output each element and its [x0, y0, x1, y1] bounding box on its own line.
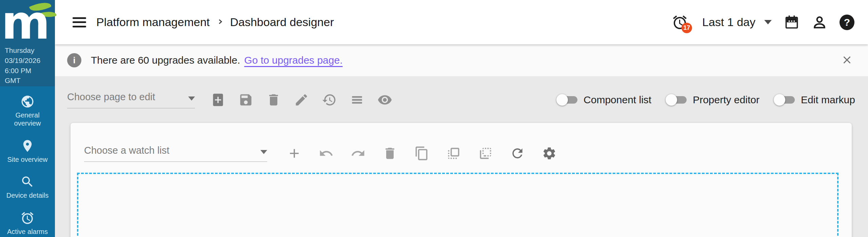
banner-message: There are 60 upgrades available.: [91, 55, 240, 66]
sidebar-item-label: Active alarms: [7, 228, 48, 236]
flip-to-back-icon: [478, 146, 493, 161]
time-label: 6:00 PM: [5, 66, 40, 76]
edit-page-button[interactable]: [293, 92, 310, 108]
brand-logo: m: [1, 0, 49, 50]
sidebar-item-label: Device details: [6, 191, 49, 199]
flip-to-back-button[interactable]: [477, 145, 494, 161]
page-content: Choose page to edit: [55, 76, 868, 237]
toggle-switch-off: [668, 96, 687, 104]
save-button[interactable]: [238, 92, 254, 108]
trash-icon: [266, 92, 281, 107]
trash-icon: [382, 146, 397, 161]
alarm-clock-icon: [20, 211, 35, 225]
chevron-down-icon: [260, 150, 267, 154]
chevron-right-icon: [217, 18, 223, 26]
upgrades-page-link[interactable]: Go to upgrades page.: [244, 55, 342, 66]
add-box-icon: [211, 92, 225, 107]
gear-icon: [542, 146, 557, 161]
main-column: Platform management Dashboard designer 1…: [55, 0, 868, 237]
edit-markup-toggle[interactable]: Edit markup: [774, 94, 855, 106]
dashboard-canvas-dropzone[interactable]: [77, 173, 839, 237]
calendar-icon: [784, 15, 799, 30]
sidebar-nav: General overview Site overview Device de…: [0, 86, 55, 237]
page-select[interactable]: Choose page to edit: [67, 91, 195, 108]
chevron-down-icon: [764, 20, 772, 24]
info-icon: i: [67, 53, 81, 67]
plus-icon: [287, 146, 302, 161]
datetime-display: Thursday 03/19/2026 6:00 PM GMT: [5, 45, 40, 86]
toggle-label: Property editor: [693, 94, 760, 106]
breadcrumb-page: Dashboard designer: [230, 16, 334, 29]
copy-icon: [414, 146, 429, 161]
toggle-label: Edit markup: [801, 94, 855, 106]
settings-button[interactable]: [541, 145, 557, 161]
page-toolbar: Choose page to edit: [67, 85, 855, 115]
pencil-icon: [294, 92, 309, 107]
undo-icon: [319, 146, 334, 161]
copy-button[interactable]: [414, 145, 430, 161]
alarm-count-badge: 17: [682, 23, 692, 33]
watchlist-toolbar: Choose a watch list: [71, 139, 852, 168]
designer-card: Choose a watch list: [71, 123, 852, 237]
eye-icon: [377, 92, 392, 107]
property-editor-toggle[interactable]: Property editor: [666, 94, 760, 106]
app-header: Platform management Dashboard designer 1…: [55, 0, 868, 44]
sidebar-item-label: Site overview: [7, 155, 48, 164]
save-icon: [238, 92, 253, 107]
sidebar-item-label: General overview: [2, 111, 53, 128]
close-icon[interactable]: [841, 54, 853, 67]
sidebar: m Thursday 03/19/2026 6:00 PM GMT Genera…: [0, 0, 55, 237]
user-button[interactable]: [812, 15, 827, 30]
sidebar-item-device-details[interactable]: Device details: [0, 175, 55, 199]
watchlist-select-placeholder: Choose a watch list: [84, 145, 169, 156]
view-toggles: Component list Property editor Edit mark…: [556, 94, 855, 106]
alarms-button[interactable]: 17: [672, 14, 688, 30]
user-icon: [812, 15, 827, 30]
location-pin-icon: [20, 139, 35, 153]
preview-button[interactable]: [377, 92, 393, 108]
add-component-button[interactable]: [286, 145, 302, 161]
header-actions: 17 Last 1 day ?: [672, 14, 854, 30]
add-page-button[interactable]: [210, 92, 226, 108]
toggle-label: Component list: [584, 94, 651, 106]
history-button[interactable]: [321, 92, 337, 108]
time-range-label: Last 1 day: [702, 16, 755, 29]
delete-component-button[interactable]: [382, 145, 398, 161]
menu-icon[interactable]: [73, 17, 86, 27]
watchlist-toolbar-buttons: [286, 145, 557, 161]
weekday-label: Thursday: [5, 45, 40, 56]
date-label: 03/19/2026: [5, 56, 40, 66]
watchlist-select[interactable]: Choose a watch list: [84, 145, 267, 162]
sidebar-item-general-overview[interactable]: General overview: [0, 94, 55, 128]
redo-button[interactable]: [350, 145, 366, 161]
refresh-icon: [510, 146, 525, 161]
component-list-toggle[interactable]: Component list: [556, 94, 651, 106]
search-icon: [20, 175, 35, 189]
undo-button[interactable]: [318, 145, 334, 161]
redo-icon: [351, 146, 366, 161]
calendar-button[interactable]: [784, 15, 800, 30]
page-toolbar-buttons: [210, 92, 393, 108]
refresh-button[interactable]: [509, 145, 526, 161]
brand-area: m Thursday 03/19/2026 6:00 PM GMT: [0, 0, 55, 86]
menu-lines-icon: [350, 92, 364, 107]
sidebar-item-active-alarms[interactable]: Active alarms: [0, 211, 55, 236]
page-select-placeholder: Choose page to edit: [67, 91, 155, 103]
globe-icon: [20, 94, 35, 109]
flip-to-front-icon: [446, 146, 461, 161]
timezone-label: GMT: [5, 76, 40, 86]
delete-page-button[interactable]: [265, 92, 282, 108]
breadcrumb-section[interactable]: Platform management: [96, 16, 210, 29]
toggle-switch-off: [558, 96, 577, 104]
sidebar-item-site-overview[interactable]: Site overview: [0, 139, 55, 164]
time-range-selector[interactable]: Last 1 day: [702, 16, 772, 29]
menu-list-button[interactable]: [349, 92, 365, 108]
help-icon[interactable]: ?: [840, 15, 854, 30]
upgrade-banner: i There are 60 upgrades available. Go to…: [55, 44, 868, 76]
flip-to-front-button[interactable]: [446, 145, 462, 161]
toggle-switch-off: [776, 96, 795, 104]
history-icon: [322, 92, 337, 107]
chevron-down-icon: [188, 96, 195, 101]
